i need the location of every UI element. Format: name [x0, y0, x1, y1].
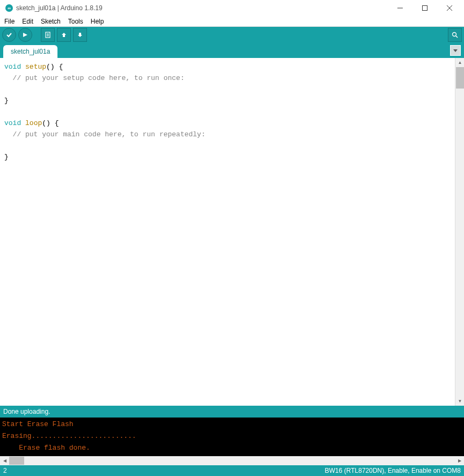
code-text: () {: [46, 63, 63, 71]
console-line: Erasing.........................: [2, 432, 136, 440]
code-brace: }: [4, 97, 9, 105]
status-message: Done uploading.: [3, 408, 50, 415]
console-output[interactable]: Start Erase Flash Erasing...............…: [0, 418, 464, 456]
scroll-up-arrow-icon[interactable]: ▲: [455, 58, 464, 67]
toolbar: [0, 27, 464, 43]
window-maximize-button[interactable]: [412, 0, 437, 16]
editor-area: void setup() { // put your setup code he…: [0, 58, 464, 406]
svg-point-11: [453, 33, 456, 36]
console-area: Start Erase Flash Erasing...............…: [0, 418, 464, 465]
arduino-app-icon: ∞: [5, 4, 13, 12]
board-port-indicator: BW16 (RTL8720DN), Enable, Enable on COM8: [325, 467, 461, 474]
code-function: setup: [25, 63, 46, 71]
code-brace: }: [4, 153, 9, 161]
code-keyword: void: [4, 63, 21, 71]
sketch-tab[interactable]: sketch_jul01a: [3, 45, 57, 58]
svg-marker-9: [62, 33, 66, 37]
code-text: () {: [42, 119, 59, 127]
scroll-right-arrow-icon[interactable]: ▶: [455, 456, 464, 465]
window-title: sketch_jul01a | Arduino 1.8.19: [16, 4, 103, 12]
scroll-thumb[interactable]: [9, 457, 24, 465]
tab-bar: sketch_jul01a: [0, 43, 464, 58]
code-keyword: void: [4, 119, 21, 127]
code-comment: // put your setup code here, to run once…: [4, 74, 184, 82]
scroll-thumb[interactable]: [456, 67, 464, 89]
svg-line-12: [456, 36, 458, 38]
menu-sketch[interactable]: Sketch: [38, 17, 64, 26]
serial-monitor-button[interactable]: [448, 28, 462, 42]
menu-bar: File Edit Sketch Tools Help: [0, 16, 464, 27]
menu-file[interactable]: File: [1, 17, 18, 26]
scroll-track[interactable]: [9, 456, 455, 465]
svg-rect-1: [423, 6, 427, 11]
code-function: loop: [25, 119, 42, 127]
code-comment: // put your main code here, to run repea…: [4, 130, 205, 138]
verify-button[interactable]: [2, 28, 16, 42]
open-sketch-button[interactable]: [57, 28, 71, 42]
svg-marker-10: [78, 33, 82, 37]
upload-button[interactable]: [18, 28, 32, 42]
menu-edit[interactable]: Edit: [19, 17, 37, 26]
window-close-button[interactable]: [437, 0, 462, 16]
status-strip: Done uploading.: [0, 406, 464, 418]
console-line: Start Erase Flash: [2, 420, 74, 428]
menu-tools[interactable]: Tools: [65, 17, 86, 26]
editor-vertical-scrollbar[interactable]: ▲ ▼: [455, 58, 464, 406]
new-sketch-button[interactable]: [41, 28, 55, 42]
line-number-indicator: 2: [3, 467, 7, 474]
tab-menu-button[interactable]: [450, 45, 461, 56]
svg-marker-4: [23, 33, 27, 37]
code-editor[interactable]: void setup() { // put your setup code he…: [0, 58, 455, 406]
scroll-down-arrow-icon[interactable]: ▼: [455, 397, 464, 406]
window-titlebar: ∞ sketch_jul01a | Arduino 1.8.19: [0, 0, 464, 16]
window-minimize-button[interactable]: [388, 0, 412, 16]
console-line: Erase flash done.: [2, 444, 90, 452]
scroll-left-arrow-icon[interactable]: ◀: [0, 456, 9, 465]
bottom-status-bar: 2 BW16 (RTL8720DN), Enable, Enable on CO…: [0, 465, 464, 476]
save-sketch-button[interactable]: [73, 28, 87, 42]
console-horizontal-scrollbar[interactable]: ◀ ▶: [0, 456, 464, 465]
svg-marker-13: [453, 49, 458, 52]
menu-help[interactable]: Help: [88, 17, 107, 26]
